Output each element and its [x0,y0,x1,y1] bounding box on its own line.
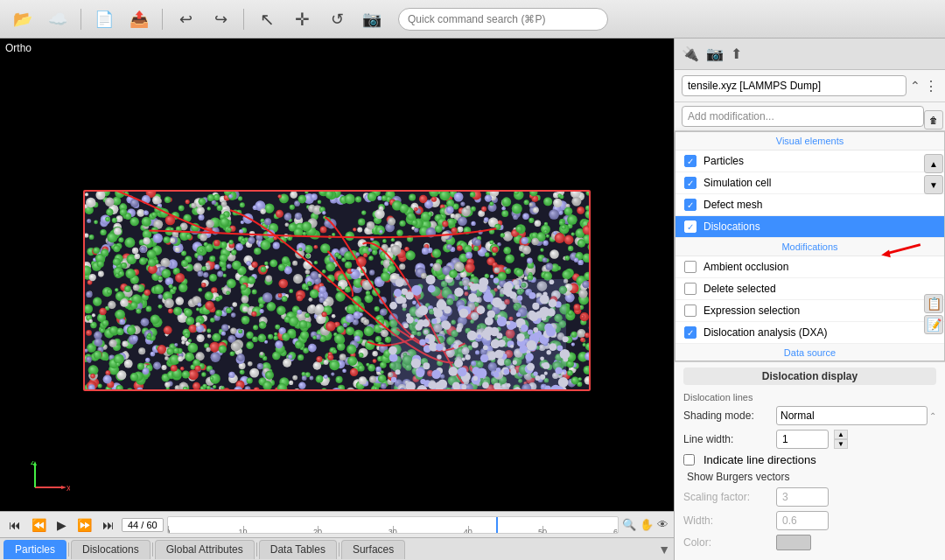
search-icon[interactable]: 🔍 [622,518,636,531]
undo-button[interactable]: ↩ [170,5,201,33]
defect-mesh-checkbox[interactable]: ✓ [684,199,696,211]
color-label: Color: [683,536,771,549]
simulation-cell-checkbox[interactable]: ✓ [684,177,696,189]
frame-display: 44 / 60 [122,518,164,532]
delete-selected-checkbox[interactable] [684,283,696,295]
delete-button[interactable]: 🗑 [924,110,943,130]
tab-particles[interactable]: Particles [4,540,66,559]
line-width-up[interactable]: ▲ [834,430,848,439]
color-row: Color: [683,535,936,550]
go-start-button[interactable]: ⏮ [5,516,24,534]
dd-item-ambient-occlusion[interactable]: Ambient occlusion [676,256,944,278]
dislocations-checkbox[interactable]: ✓ [684,220,696,233]
color-swatch[interactable] [776,535,811,550]
go-end-button[interactable]: ⏭ [99,516,118,534]
dataset-row: tensile.xyz [LAMMPS Dump] ⌃ ⋮ [675,70,945,102]
dropdown-list: Visual elements ✓ Particles ✓ Simulation… [675,131,945,361]
play-button[interactable]: ▶ [53,516,70,534]
props-panel: Dislocation display Dislocation lines Sh… [675,361,945,560]
select-button[interactable]: ↖ [251,5,283,33]
pan-icon[interactable]: ✋ [640,518,654,531]
prev-frame-button[interactable]: ⏪ [28,516,50,534]
line-width-stepper: ▲ ▼ [834,430,848,449]
line-width-label: Line width: [683,433,771,445]
modification-select[interactable]: Add modification... [682,106,924,127]
tab-surfaces[interactable]: Surfaces [341,540,405,559]
move-button[interactable]: ✛ [286,5,318,33]
scaling-factor-row: Scaling factor: [683,487,936,507]
tab-bar-collapse[interactable]: ▼ [658,542,670,556]
section-modifications: Modifications [676,238,944,256]
edit-button[interactable]: 📝 [924,315,943,334]
particles-checkbox[interactable]: ✓ [684,155,696,167]
delete-selected-label: Delete selected [704,283,776,295]
timeline: ⏮ ⏪ ▶ ⏩ ⏭ 44 / 60 0 10 20 30 40 50 60 🔍 … [0,511,674,537]
scaling-factor-input[interactable] [776,487,829,507]
right-panel: 🔌 📷 ⬆ tensile.xyz [LAMMPS Dump] ⌃ ⋮ Add … [674,38,945,560]
bottom-tab-bar: Particles Dislocations Global Attributes… [0,537,674,560]
toolbar-separator-3 [243,9,244,30]
defect-mesh-label: Defect mesh [704,199,762,211]
tab-sep-2 [152,542,153,556]
upload-icon[interactable]: ⬆ [731,46,742,62]
timeline-ruler[interactable]: 0 10 20 30 40 50 60 [167,516,619,534]
tab-global-attributes[interactable]: Global Attributes [155,540,255,559]
scroll-button-area: 🗑 [922,108,945,131]
save-cloud-button[interactable]: ☁️ [42,5,74,33]
width-input[interactable] [776,511,829,530]
dislocation-lines-label: Dislocation lines [683,392,936,402]
dd-item-dislocations[interactable]: ✓ Dislocations [676,216,944,238]
dd-item-expression-selection[interactable]: Expression selection [676,300,944,322]
viewport-content [0,38,674,560]
toolbar: 📂 ☁️ 📄 📤 ↩ ↪ ↖ ✛ ↺ 📷 [0,0,945,38]
tab-sep-3 [256,542,257,556]
copy-button[interactable]: 📋 [924,294,943,313]
ambient-occlusion-label: Ambient occlusion [704,261,788,273]
dd-item-simulation-cell[interactable]: ✓ Simulation cell [676,172,944,194]
shading-mode-row: Shading mode: Normal Flat Gouraud ⌃ [683,406,936,425]
ambient-occlusion-checkbox[interactable] [684,261,696,273]
main-area: Ortho x z ⏮ ⏪ ▶ ⏩ ⏭ 44 / 60 [0,38,945,560]
search-input[interactable] [398,8,608,31]
refresh-button[interactable]: ↺ [321,5,353,33]
show-burgers-label: Show Burgers vectors [683,471,789,483]
indicate-directions-checkbox[interactable] [683,454,695,466]
dd-item-defect-mesh[interactable]: ✓ Defect mesh [676,194,944,216]
viewport[interactable]: Ortho x z ⏮ ⏪ ▶ ⏩ ⏭ 44 / 60 [0,38,674,560]
simulation-box [83,190,591,391]
expression-selection-checkbox[interactable] [684,304,696,317]
new-file-button[interactable]: 📄 [88,5,120,33]
timeline-cursor[interactable] [496,517,498,533]
render-icon[interactable]: 📷 [706,46,724,62]
dataset-select[interactable]: tensile.xyz [LAMMPS Dump] [682,75,906,96]
line-width-input[interactable] [776,430,829,449]
export-button[interactable]: 📤 [123,5,155,33]
section-data-source: Data source [676,344,944,361]
line-width-down[interactable]: ▼ [834,439,848,449]
dataset-arrow-up[interactable]: ⌃ [910,79,920,93]
pipeline-icon[interactable]: 🔌 [682,46,699,62]
shading-mode-wrap: Normal Flat Gouraud ⌃ [776,406,936,425]
shading-mode-label: Shading mode: [683,410,771,422]
eye-icon[interactable]: 👁 [657,518,668,531]
shading-mode-select[interactable]: Normal Flat Gouraud [776,406,928,425]
open-folder-button[interactable]: 📂 [7,5,38,33]
redo-button[interactable]: ↪ [205,5,236,33]
dd-item-particles[interactable]: ✓ Particles [676,150,944,172]
scroll-up-button[interactable]: ▲ [924,154,943,173]
indicate-directions-row: Indicate line directions [683,453,936,466]
scroll-down-button[interactable]: ▼ [924,175,943,194]
dataset-more[interactable]: ⋮ [924,78,938,94]
props-panel-title: Dislocation display [683,368,936,385]
dislocation-analysis-checkbox[interactable]: ✓ [684,326,696,339]
camera-button[interactable]: 📷 [356,5,388,33]
next-frame-button[interactable]: ⏩ [74,516,95,534]
dd-item-dislocation-analysis[interactable]: ✓ Dislocation analysis (DXA) [676,322,944,344]
tab-data-tables[interactable]: Data Tables [259,540,337,559]
dd-item-delete-selected[interactable]: Delete selected [676,278,944,300]
show-burgers-row: Show Burgers vectors [683,471,936,483]
simulation-cell-label: Simulation cell [704,177,771,189]
tab-dislocations[interactable]: Dislocations [71,540,150,559]
indicate-directions-label: Indicate line directions [704,453,816,466]
scaling-factor-label: Scaling factor: [683,491,771,503]
